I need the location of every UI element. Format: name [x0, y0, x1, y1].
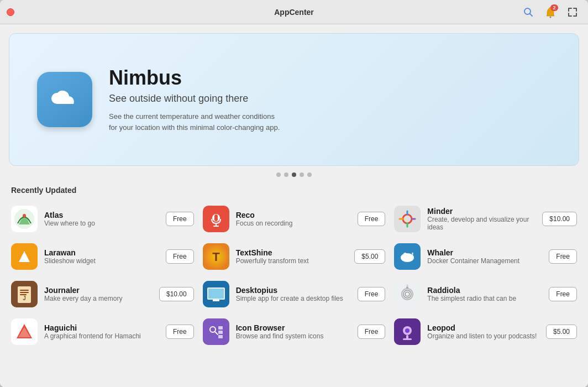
- larawan-info: Larawan Slideshow widget: [44, 248, 159, 265]
- haguichi-desc: A graphical frontend for Hamachi: [44, 332, 159, 340]
- list-item[interactable]: Leopod Organize and listen to your podca…: [390, 313, 581, 351]
- dot-5[interactable]: [307, 172, 312, 177]
- leopod-icon: [394, 318, 421, 345]
- iconbrowser-price-button[interactable]: Free: [358, 325, 386, 339]
- titlebar: × AppCenter 2: [0, 0, 588, 24]
- desktopius-desc: Simple app for create a desktop files: [236, 295, 351, 302]
- svg-rect-8: [216, 223, 217, 226]
- dot-3[interactable]: [292, 172, 296, 177]
- svg-point-50: [405, 328, 410, 333]
- atlas-desc: View where to go: [44, 219, 159, 227]
- reco-icon: [203, 206, 229, 232]
- haguichi-icon: [11, 318, 38, 345]
- list-item[interactable]: Haguichi A graphical frontend for Hamach…: [7, 313, 198, 351]
- svg-rect-46: [218, 331, 223, 334]
- svg-rect-47: [218, 335, 223, 338]
- list-item[interactable]: Minder Create, develop and visualize you…: [390, 200, 581, 238]
- window-title: AppCenter: [274, 8, 314, 17]
- hero-app-icon: [37, 72, 92, 127]
- svg-point-22: [403, 253, 407, 256]
- svg-point-38: [407, 285, 408, 286]
- journaler-price-button[interactable]: $10.00: [159, 287, 194, 301]
- notification-button[interactable]: 2: [542, 3, 559, 21]
- close-icon: ×: [9, 9, 12, 15]
- hero-title: Nimbus: [109, 66, 551, 90]
- haguichi-price-button[interactable]: Free: [166, 325, 194, 339]
- dot-4[interactable]: [300, 172, 304, 177]
- svg-rect-26: [20, 292, 29, 293]
- leopod-price-button[interactable]: $5.00: [546, 325, 577, 339]
- minder-price-button[interactable]: $10.00: [542, 212, 577, 226]
- close-button[interactable]: ×: [7, 8, 14, 16]
- textshine-info: TextShine Powerfully transform text: [236, 248, 348, 265]
- textshine-name: TextShine: [236, 248, 348, 257]
- raddiola-info: Raddiola The simplest radio that can be: [427, 286, 542, 302]
- svg-rect-45: [218, 326, 223, 330]
- list-item[interactable]: Larawan Slideshow widget Free: [7, 238, 198, 275]
- textshine-price-button[interactable]: $5.00: [354, 249, 385, 264]
- larawan-name: Larawan: [44, 248, 159, 257]
- journaler-info: Journaler Make every day a memory: [44, 286, 153, 302]
- titlebar-actions: 2: [519, 3, 581, 21]
- haguichi-name: Haguichi: [44, 323, 159, 332]
- app-window: × AppCenter 2: [0, 0, 588, 387]
- svg-rect-7: [214, 215, 218, 221]
- svg-rect-52: [403, 338, 412, 340]
- svg-rect-42: [203, 318, 229, 345]
- apps-grid: Atlas View where to go Free: [0, 200, 588, 351]
- search-button[interactable]: [519, 3, 537, 21]
- list-item[interactable]: Whaler Docker Container Management Free: [390, 238, 581, 275]
- textshine-desc: Powerfully transform text: [236, 257, 348, 265]
- main-content: Nimbus See outside without going there S…: [0, 24, 588, 387]
- textshine-icon: T: [203, 243, 229, 270]
- minder-info: Minder Create, develop and visualize you…: [427, 207, 536, 231]
- journaler-name: Journaler: [44, 286, 153, 295]
- atlas-icon: [11, 206, 38, 232]
- fullscreen-icon: [568, 7, 578, 17]
- notification-badge: 2: [550, 4, 558, 11]
- list-item[interactable]: Reco Focus on recording Free: [198, 200, 390, 238]
- raddiola-name: Raddiola: [427, 286, 542, 295]
- iconbrowser-icon: [203, 318, 229, 345]
- section-recently-updated: Recently Updated: [0, 184, 588, 200]
- list-item[interactable]: Atlas View where to go Free: [7, 200, 198, 238]
- raddiola-price-button[interactable]: Free: [549, 287, 577, 301]
- whaler-icon: [394, 243, 421, 270]
- cloud-icon: [48, 83, 81, 116]
- svg-point-21: [401, 253, 414, 262]
- svg-rect-25: [20, 290, 29, 291]
- svg-rect-10: [394, 206, 421, 232]
- leopod-desc: Organize and listen to your podcasts!: [427, 332, 539, 340]
- search-icon: [523, 7, 534, 18]
- fullscreen-button[interactable]: [564, 3, 581, 21]
- svg-line-1: [530, 13, 533, 16]
- desktopius-icon: [203, 281, 229, 307]
- reco-desc: Focus on recording: [236, 219, 351, 227]
- atlas-price-button[interactable]: Free: [166, 212, 194, 226]
- svg-text:J: J: [23, 295, 26, 301]
- larawan-price-button[interactable]: Free: [166, 249, 194, 264]
- list-item[interactable]: T TextShine Powerfully transform text $5…: [198, 238, 390, 275]
- svg-point-2: [550, 16, 552, 18]
- whaler-price-button[interactable]: Free: [549, 249, 577, 264]
- list-item[interactable]: Desktopius Simple app for create a deskt…: [198, 275, 390, 313]
- list-item[interactable]: Icon Browser Browse and find system icon…: [198, 313, 390, 351]
- desktopius-price-button[interactable]: Free: [358, 287, 386, 301]
- svg-rect-9: [213, 226, 219, 227]
- journaler-icon: J: [11, 281, 38, 307]
- reco-price-button[interactable]: Free: [358, 212, 386, 226]
- dot-1[interactable]: [276, 172, 281, 177]
- svg-point-4: [23, 214, 26, 217]
- desktopius-info: Desktopius Simple app for create a deskt…: [236, 286, 351, 302]
- list-item[interactable]: J Journaler Make every day a memory $10.…: [7, 275, 198, 313]
- haguichi-info: Haguichi A graphical frontend for Hamach…: [44, 323, 159, 340]
- minder-icon: [394, 206, 421, 232]
- minder-desc: Create, develop and visualize your ideas: [427, 216, 536, 231]
- svg-rect-32: [213, 300, 219, 301]
- carousel-dots: [0, 172, 588, 177]
- iconbrowser-info: Icon Browser Browse and find system icon…: [236, 323, 351, 340]
- dot-2[interactable]: [284, 172, 288, 177]
- svg-text:T: T: [212, 250, 220, 264]
- iconbrowser-name: Icon Browser: [236, 323, 351, 332]
- list-item[interactable]: Raddiola The simplest radio that can be …: [390, 275, 581, 313]
